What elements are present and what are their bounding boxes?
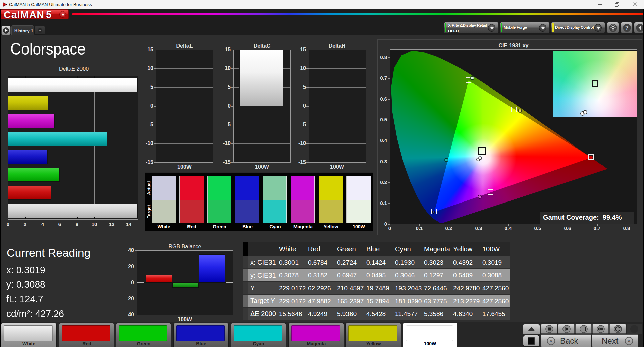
svg-text:?: ? [625, 25, 629, 31]
svg-text:«: « [550, 338, 552, 344]
svg-text:»: » [628, 338, 630, 344]
